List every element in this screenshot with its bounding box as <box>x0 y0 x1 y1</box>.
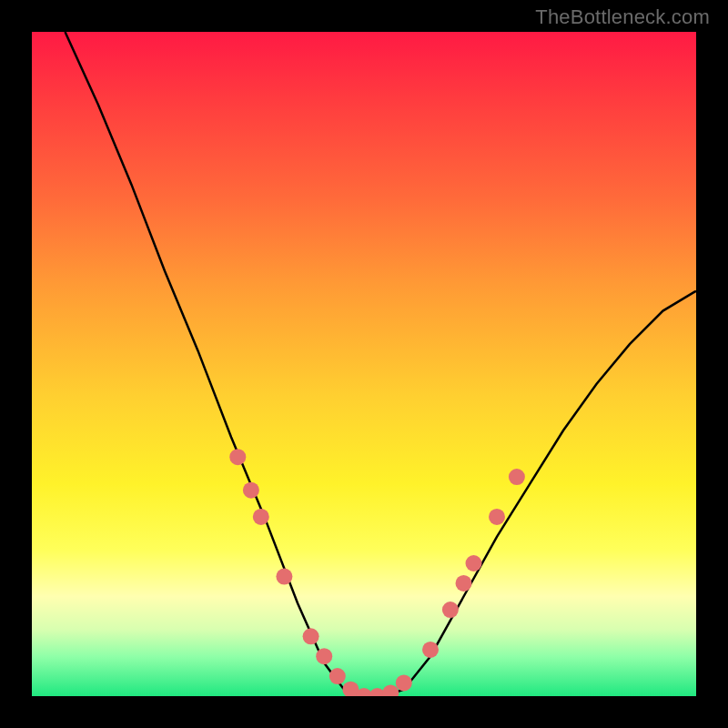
marker-dot <box>243 482 259 499</box>
marker-dot <box>509 469 525 485</box>
marker-dot <box>276 569 292 585</box>
marker-dot <box>396 674 412 691</box>
marker-dot <box>316 648 332 664</box>
marker-dot <box>442 602 459 618</box>
outer-frame: TheBottleneck.com <box>0 0 728 728</box>
marker-dot <box>329 668 346 684</box>
marker-dot <box>229 449 246 465</box>
watermark-label: TheBottleneck.com <box>535 5 710 29</box>
marker-dot <box>489 509 505 525</box>
bottleneck-curve <box>66 32 697 696</box>
marker-dot <box>382 684 399 696</box>
marker-dot <box>303 628 319 644</box>
marker-dot <box>253 509 269 525</box>
marker-dot <box>456 575 472 592</box>
marker-dot <box>422 642 439 658</box>
curve-layer <box>32 32 696 696</box>
plot-area <box>32 32 696 696</box>
marker-dot <box>466 555 482 571</box>
highlight-markers <box>229 449 525 696</box>
